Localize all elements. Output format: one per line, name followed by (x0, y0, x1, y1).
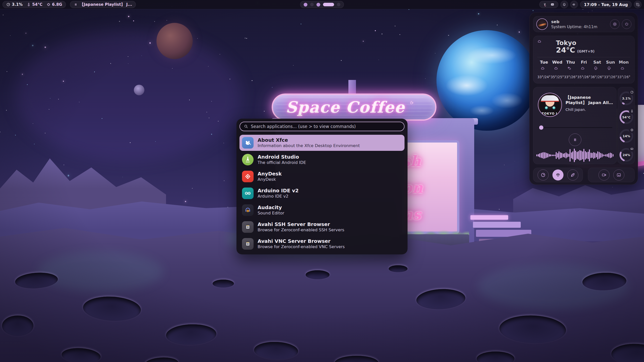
system-stats-pill[interactable]: 3.1% 54°C 6.8G (3, 1, 66, 8)
seek-thumb[interactable] (539, 125, 543, 130)
workspace-dot-1[interactable] (304, 3, 307, 7)
desktop: Space Coffee eshoonans 3.1% 54°C 6.8G (0, 0, 644, 362)
forecast-temps: 36°/26° (591, 75, 604, 79)
visualizer-bar (606, 154, 607, 157)
volume-button[interactable] (570, 1, 578, 8)
scales-button[interactable] (552, 169, 564, 180)
search-input[interactable] (251, 124, 400, 129)
launcher-item-anydesk[interactable]: AnyDeskAnyDesk (239, 168, 405, 185)
weather-header: Tokyo 24°C (GMT+9) (537, 39, 630, 54)
app-grid-button[interactable] (634, 1, 641, 8)
top-bar: 3.1% 54°C 6.8G 【Japanese Playlist】 J... … (0, 0, 644, 9)
video-button[interactable] (598, 169, 610, 180)
user-card: seb System Uptime: 4h11m (533, 16, 635, 32)
window-neon-text: esh (402, 153, 458, 170)
leaf-button[interactable] (567, 169, 578, 180)
launcher-item-arduino-ide-v2[interactable]: Arduino IDE v2Arduino IDE v2 (239, 185, 405, 201)
star (0, 132, 1, 132)
star (211, 101, 212, 102)
star (363, 41, 364, 42)
star (6, 110, 7, 111)
cpu-gauge-icon (6, 3, 10, 7)
visualizer-bar (588, 152, 589, 159)
workspace-dot-2[interactable] (310, 3, 314, 6)
app-description: AnyDesk (258, 177, 282, 182)
star (612, 187, 613, 188)
search-bar[interactable] (239, 122, 405, 131)
visualizer-bar (567, 153, 568, 157)
visualizer-bar (546, 153, 547, 158)
star (224, 180, 224, 181)
red-planet (156, 23, 193, 59)
star (435, 53, 435, 54)
arduino-ide-v2-app-icon (242, 188, 254, 199)
search-icon (244, 124, 248, 129)
star (246, 38, 247, 39)
media-pill[interactable]: 【Japanese Playlist】 J... (70, 1, 136, 8)
gauge-drive: 24% (619, 148, 633, 162)
workspace-dot-4[interactable] (323, 3, 334, 6)
tray-app-icon[interactable] (543, 3, 547, 7)
play-pause-button[interactable] (569, 133, 581, 146)
launcher-item-avahi-vnc-server-browser[interactable]: Avahi VNC Server BrowserBrowse for Zeroc… (239, 236, 405, 252)
star (399, 34, 400, 35)
visualizer-bar (601, 153, 602, 157)
coffee-cup-icon (410, 101, 423, 114)
visualizer-bar (553, 155, 554, 156)
app-title: Avahi VNC Server Browser (258, 239, 345, 244)
screenshot-button[interactable] (613, 169, 624, 180)
visualizer-bar (561, 153, 562, 158)
system-tray-pill[interactable] (539, 1, 558, 8)
about-xfce-app-icon (242, 137, 254, 149)
avatar (536, 18, 548, 30)
forecast-temps: 33°/26° (604, 75, 617, 79)
star (15, 135, 16, 135)
topbar-right: 17:09 - Tue, 19 Aug (539, 1, 641, 8)
music-player-card: TOKYO L 【Japanese Playlist】 Japan All Ni… (533, 87, 617, 164)
star (211, 134, 212, 134)
visualizer-bar (536, 154, 537, 157)
launcher-item-android-studio[interactable]: Android StudioThe official Android IDE (239, 152, 405, 168)
crater (306, 270, 330, 279)
storm-icon (607, 66, 614, 73)
star (128, 16, 129, 17)
launcher-item-audacity[interactable]: AudacitySound Editor (239, 202, 405, 218)
star (197, 38, 198, 39)
power-button[interactable] (622, 19, 631, 29)
visualizer-bar (547, 153, 548, 157)
visualizer-bar (593, 152, 594, 159)
star (32, 45, 33, 46)
track-title: 【Japanese Playlist】 Japan All Night - To… (566, 95, 613, 105)
star (478, 13, 479, 14)
workspace-dot-3[interactable] (316, 3, 320, 7)
visualizer-bar (592, 153, 593, 158)
album-caption: TOKYO L (538, 112, 561, 115)
settings-button[interactable] (610, 19, 620, 29)
star (301, 24, 301, 24)
forecast-day: Tue (540, 60, 548, 65)
launcher-item-about-xfce[interactable]: About XfceInformation about the Xfce Des… (239, 135, 405, 151)
user-buttons (610, 19, 631, 29)
seek-slider[interactable] (538, 125, 612, 129)
gauge-button[interactable] (538, 169, 549, 180)
wallpaper-tray-icon[interactable] (550, 3, 554, 7)
star (519, 31, 520, 33)
visualizer-bar (582, 151, 583, 159)
star (63, 81, 64, 82)
temperature-icon (27, 3, 31, 7)
star (375, 30, 376, 31)
cpu-temp: 54°C (32, 2, 43, 7)
workspace-dot-5[interactable] (337, 3, 340, 6)
star (25, 33, 27, 34)
notifications-button[interactable] (560, 1, 568, 8)
visualizer-bar (557, 153, 558, 157)
launcher-item-avahi-ssh-server-browser[interactable]: Avahi SSH Server BrowserBrowse for Zeroc… (239, 219, 405, 235)
forecast-sun: Sun33°/26° (604, 60, 617, 79)
control-panel: seb System Uptime: 4h11m Tokyo 24°C (GMT… (529, 12, 638, 185)
star (3, 15, 4, 15)
clock-pill[interactable]: 17:09 - Tue, 19 Aug (580, 1, 632, 8)
workspace-dots (300, 1, 344, 8)
star (185, 201, 186, 202)
visualizer-bar (568, 154, 569, 157)
avahi-vnc-server-browser-app-icon (242, 238, 254, 250)
